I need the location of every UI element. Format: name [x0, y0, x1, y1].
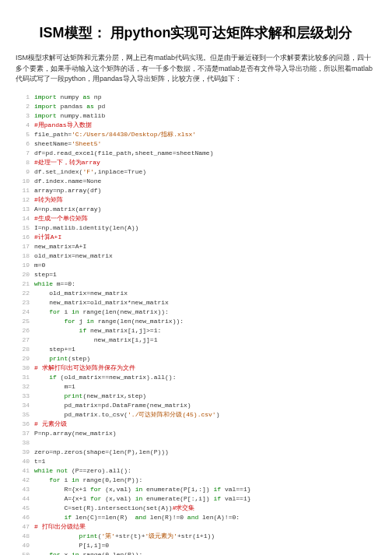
intro-paragraph: ISM模型求解可达矩阵和元素分层，网上已有matlab代码实现。但是由于最近碰到… [16, 53, 376, 85]
page-title: ISM模型： 用python实现可达矩阵求解和层级划分 [16, 23, 376, 42]
code-block: 1import numpy as np 2import pandas as pd… [16, 93, 376, 556]
